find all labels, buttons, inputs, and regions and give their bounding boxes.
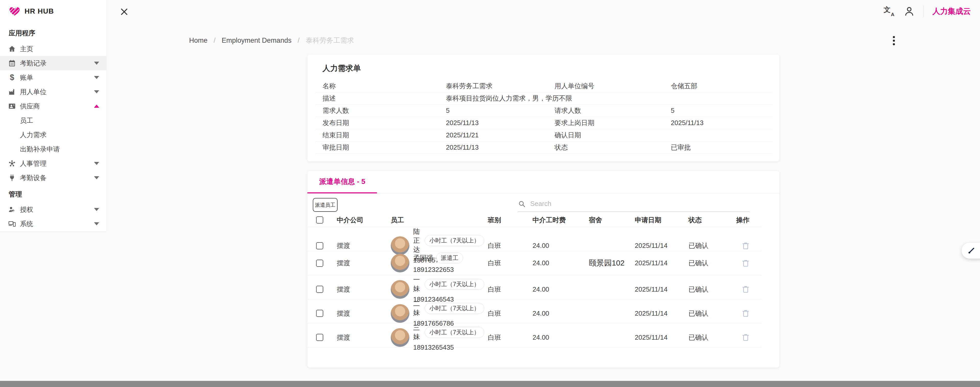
- shift-cell: 白班: [484, 259, 529, 267]
- table-row: 摆渡 孟国强 派遣工 18912322653 白班 24.00 颐景园102 2…: [307, 251, 762, 275]
- status-cell: 已确认: [685, 241, 730, 250]
- employee-name: 三妹: [413, 323, 422, 341]
- brand-logo[interactable]: HR HUB: [9, 6, 54, 17]
- pencil-icon: [967, 246, 975, 255]
- dispatch-employee-button[interactable]: 派遣员工: [313, 198, 337, 212]
- sidebar-item-label: 出勤补录申请: [20, 145, 60, 154]
- row-checkbox[interactable]: [316, 310, 323, 317]
- col-actions: 操作: [730, 216, 762, 225]
- sidebar-item-home[interactable]: 主页: [0, 42, 106, 56]
- close-drawer-button[interactable]: [119, 6, 129, 17]
- select-all-checkbox[interactable]: [316, 216, 323, 224]
- trash-icon: [741, 309, 750, 318]
- plug-icon: [8, 173, 16, 182]
- date-cell: 2025/11/14: [631, 285, 685, 293]
- status-cell: 已确认: [685, 309, 730, 318]
- breadcrumb: Home / Employment Demands / 泰科劳务工需求: [189, 36, 354, 45]
- col-shift: 班别: [484, 216, 529, 225]
- date-cell: 2025/11/14: [631, 242, 685, 249]
- sidebar-subitem-employees[interactable]: 员工: [0, 113, 106, 128]
- delete-button[interactable]: [740, 283, 751, 296]
- app-window: HR HUB 应用程序 主页 考勤记录 $ 账单: [0, 0, 980, 387]
- fee-cell: 24.00: [529, 310, 585, 317]
- col-employee: 员工: [387, 216, 484, 225]
- chevron-down-icon: [94, 76, 99, 79]
- field-row: 审批日期 2025/11/13 状态 已审批: [316, 141, 772, 154]
- employee-type-badge: 派遣工: [436, 253, 463, 264]
- field-label: 发布日期: [316, 118, 446, 127]
- field-label: 结束日期: [316, 131, 446, 140]
- breadcrumb-employment-demands[interactable]: Employment Demands: [222, 37, 291, 45]
- dollar-icon: $: [8, 73, 16, 82]
- field-value: 泰科劳务工需求: [446, 82, 547, 91]
- row-checkbox[interactable]: [316, 286, 323, 293]
- agency-cell: 摆渡: [331, 241, 387, 250]
- home-icon: [8, 45, 16, 53]
- employee-type-badge: 小时工（7天以上）: [425, 327, 484, 338]
- chevron-down-icon: [94, 176, 99, 179]
- sidebar-item-system[interactable]: 系统: [0, 217, 106, 231]
- row-checkbox[interactable]: [316, 242, 323, 249]
- trash-icon: [741, 258, 750, 268]
- field-label: 用人单位编号: [547, 82, 671, 91]
- employee-name: 孟国强: [413, 253, 433, 262]
- sidebar-item-label: 账单: [20, 73, 33, 82]
- theme-customizer-button[interactable]: [962, 243, 980, 259]
- field-label: 确认日期: [547, 131, 671, 140]
- col-agency-fee: 中介工时费: [529, 216, 585, 225]
- breadcrumb-home[interactable]: Home: [189, 37, 207, 45]
- sidebar-item-employers[interactable]: 用人单位: [0, 85, 106, 99]
- fee-cell: 24.00: [529, 334, 585, 341]
- field-label: 状态: [547, 143, 671, 152]
- portal-link[interactable]: 人力集成云: [932, 6, 972, 17]
- delete-button[interactable]: [740, 331, 751, 344]
- close-icon: [119, 7, 129, 16]
- sidebar-item-personnel-mgmt[interactable]: 人事管理: [0, 156, 106, 171]
- field-value: 5: [671, 107, 772, 115]
- avatar: [391, 304, 409, 323]
- field-label: 需求人数: [316, 106, 446, 115]
- search-field: [518, 196, 749, 212]
- delete-button[interactable]: [740, 240, 751, 252]
- field-label: 请求人数: [547, 106, 671, 115]
- chevron-down-icon: [94, 90, 99, 93]
- field-value: 已审批: [671, 143, 772, 152]
- translate-icon[interactable]: 文A: [884, 6, 895, 17]
- trash-icon: [741, 241, 750, 251]
- field-value: 2025/11/13: [671, 119, 772, 127]
- sidebar-item-suppliers[interactable]: 供应商: [0, 99, 106, 113]
- factory-icon: [8, 88, 16, 96]
- status-cell: 已确认: [685, 333, 730, 342]
- calendar-icon: [8, 59, 16, 67]
- sidebar-item-attendance-records[interactable]: 考勤记录: [0, 56, 106, 70]
- sidebar-item-label: 授权: [20, 205, 33, 214]
- field-label: 要求上岗日期: [547, 118, 671, 127]
- table-header-row: 中介公司 员工 班别 中介工时费 宿舍 申请日期 状态 操作: [307, 213, 762, 227]
- search-input[interactable]: [530, 200, 749, 208]
- dispatch-card: 派遣单信息 - 5 派遣员工 中介公司 员工 班别 中介工时费 宿舍 申请日期 …: [307, 171, 780, 368]
- sidebar-item-bills[interactable]: $ 账单: [0, 70, 106, 85]
- topbar-actions: 文A 人力集成云: [884, 6, 972, 17]
- tab-dispatch-info[interactable]: 派遣单信息 - 5: [307, 171, 377, 194]
- breadcrumb-separator: /: [214, 37, 216, 45]
- sidebar-item-label: 人事管理: [20, 159, 46, 168]
- delete-button[interactable]: [740, 307, 751, 320]
- shift-cell: 白班: [484, 309, 529, 318]
- delete-button[interactable]: [740, 257, 751, 269]
- page-menu-button[interactable]: [889, 35, 899, 46]
- sidebar-subitem-attendance-supplement[interactable]: 出勤补录申请: [0, 142, 106, 156]
- sidebar-item-attendance-devices[interactable]: 考勤设备: [0, 171, 106, 185]
- bottom-scrollbar[interactable]: [0, 381, 980, 387]
- employee-phone: 18913265435: [413, 344, 484, 352]
- agency-cell: 摆渡: [331, 259, 387, 267]
- field-row: 描述 泰科项目拉货岗位人力需求，男，学历不限: [316, 92, 772, 105]
- row-checkbox[interactable]: [316, 260, 323, 267]
- field-label: 审批日期: [316, 143, 446, 152]
- sidebar-item-label: 供应商: [20, 102, 40, 111]
- sidebar-item-authorization[interactable]: 授权: [0, 202, 106, 217]
- sidebar-subitem-hr-demands[interactable]: 人力需求: [0, 128, 106, 142]
- fee-cell: 24.00: [529, 285, 585, 293]
- breadcrumb-separator: /: [298, 37, 300, 45]
- row-checkbox[interactable]: [316, 334, 323, 341]
- account-icon[interactable]: [904, 6, 915, 17]
